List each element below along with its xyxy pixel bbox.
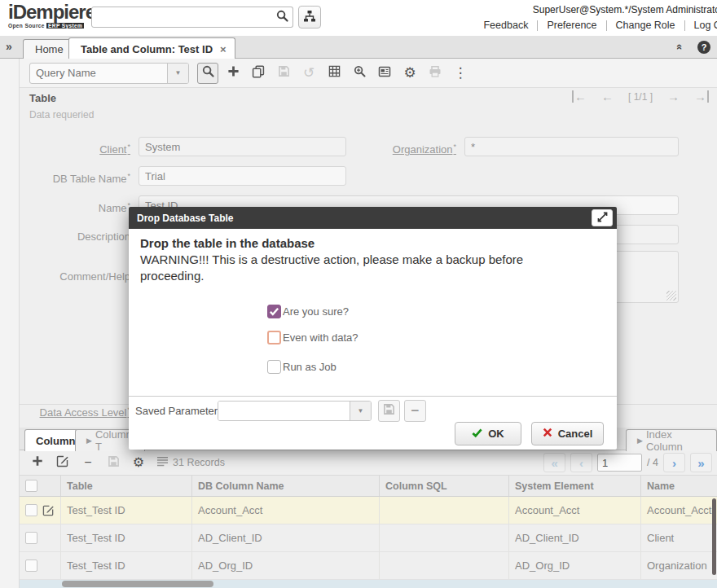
previous-record-icon[interactable]: ← bbox=[601, 90, 614, 103]
user-role-info: SuperUser@System.*/System Administrator bbox=[533, 4, 717, 15]
ok-button[interactable]: OK bbox=[455, 422, 521, 445]
feedback-link[interactable]: Feedback bbox=[483, 20, 528, 31]
sitemap-icon bbox=[303, 10, 316, 25]
next-record-icon[interactable]: → bbox=[667, 90, 680, 103]
chevron-down-icon[interactable]: ▼ bbox=[350, 402, 371, 420]
table-row[interactable]: Test_Test ID AD_Client_ID AD_Client_ID C… bbox=[20, 524, 717, 552]
global-search-input[interactable] bbox=[91, 7, 272, 28]
check-icon bbox=[472, 428, 482, 441]
first-record-icon[interactable]: ← bbox=[572, 90, 587, 103]
plus-icon bbox=[32, 455, 43, 470]
print-icon bbox=[429, 65, 442, 81]
delete-parameters-button[interactable]: − bbox=[404, 400, 426, 422]
change-role-link[interactable]: Change Role bbox=[616, 20, 675, 31]
organization-field[interactable] bbox=[464, 137, 679, 156]
client-label[interactable]: Client* bbox=[20, 143, 130, 156]
page-number-input[interactable] bbox=[597, 454, 642, 472]
are-you-sure-checkbox[interactable] bbox=[267, 305, 281, 318]
x-icon bbox=[543, 428, 552, 440]
new-record-button[interactable] bbox=[222, 63, 244, 84]
cell-db-column-name: AD_Client_ID bbox=[192, 524, 380, 551]
checkbox-label: Even with data? bbox=[283, 331, 358, 344]
page-first-button[interactable]: « bbox=[543, 453, 565, 472]
column-header-db-column-name[interactable]: DB Column Name bbox=[192, 476, 380, 496]
saved-parameters-input[interactable] bbox=[218, 402, 350, 420]
logout-link[interactable]: Log Out bbox=[694, 20, 717, 31]
window-toolbar: ▼ ↺ bbox=[20, 59, 717, 88]
cell-name: Organization bbox=[641, 552, 717, 579]
dialog-titlebar[interactable]: Drop Database Table bbox=[129, 207, 617, 229]
grid-body: Test_Test ID Account_Acct Account_Acct A… bbox=[20, 497, 717, 580]
copy-record-button[interactable] bbox=[248, 63, 269, 84]
vertical-scrollbar[interactable] bbox=[712, 498, 716, 575]
column-header-system-element[interactable]: System Element bbox=[509, 476, 641, 496]
global-search-button[interactable] bbox=[271, 7, 293, 28]
collapsed-west-panel[interactable] bbox=[0, 59, 20, 588]
table-row[interactable]: Test_Test ID Account_Acct Account_Acct A… bbox=[20, 497, 717, 524]
cell-system-element: AD_Org_ID bbox=[509, 552, 641, 579]
horizontal-scrollbar-thumb[interactable] bbox=[62, 581, 213, 587]
toggle-grid-button[interactable] bbox=[323, 63, 345, 84]
table-row[interactable]: Test_Test ID AD_Org_ID AD_Org_ID Organiz… bbox=[20, 552, 717, 580]
process-button[interactable]: ⚙ bbox=[399, 63, 420, 84]
query-name-combo: ▼ bbox=[29, 63, 189, 84]
preference-link[interactable]: Preference bbox=[547, 20, 596, 31]
detail-process-button[interactable]: ⚙ bbox=[129, 453, 148, 472]
print-button bbox=[424, 63, 446, 84]
status-message: Data requeried bbox=[20, 109, 717, 124]
zoom-across-button[interactable] bbox=[349, 63, 370, 84]
column-header-table[interactable]: Table bbox=[61, 476, 192, 496]
db-table-name-field[interactable] bbox=[139, 166, 346, 186]
client-field[interactable] bbox=[139, 137, 346, 156]
row-checkbox[interactable] bbox=[25, 504, 37, 516]
cancel-button[interactable]: Cancel bbox=[531, 422, 604, 445]
maximize-dialog-button[interactable] bbox=[592, 209, 613, 226]
last-record-icon[interactable]: → bbox=[694, 90, 709, 103]
row-checkbox[interactable] bbox=[25, 559, 37, 572]
column-header-column-sql[interactable]: Column SQL bbox=[380, 476, 509, 496]
horizontal-scrollbar-track[interactable] bbox=[20, 580, 717, 588]
select-all-checkbox[interactable] bbox=[25, 480, 37, 492]
page-next-button[interactable]: › bbox=[663, 453, 685, 472]
expand-sidebar-icon[interactable]: » bbox=[6, 40, 12, 53]
help-icon[interactable]: ? bbox=[697, 41, 710, 54]
even-with-data-checkbox[interactable] bbox=[267, 331, 281, 344]
save-icon bbox=[108, 455, 120, 471]
query-name-input[interactable] bbox=[30, 64, 167, 83]
edit-row-button[interactable] bbox=[53, 453, 73, 472]
page-last-button[interactable]: » bbox=[690, 453, 712, 472]
tab-table-and-column[interactable]: Table and Column: Test ID × bbox=[68, 37, 235, 59]
plus-icon bbox=[227, 65, 240, 81]
find-record-button[interactable] bbox=[197, 63, 218, 84]
tab-home[interactable]: Home bbox=[23, 39, 76, 59]
add-row-button[interactable] bbox=[28, 453, 47, 472]
more-actions-button[interactable]: ⋮ bbox=[450, 63, 471, 84]
row-checkbox[interactable] bbox=[25, 532, 37, 544]
section-title: Table bbox=[29, 92, 56, 104]
minus-icon: − bbox=[84, 456, 91, 469]
data-access-level-label[interactable]: Data Access Level* bbox=[20, 406, 130, 419]
gear-icon: ⚙ bbox=[133, 456, 144, 469]
resize-grip-icon[interactable] bbox=[666, 291, 676, 301]
page-previous-button[interactable]: ‹ bbox=[570, 453, 592, 472]
collapse-header-icon[interactable]: « bbox=[674, 44, 686, 50]
column-header-name[interactable]: Name bbox=[641, 476, 717, 496]
chevron-down-icon[interactable]: ▼ bbox=[167, 64, 188, 83]
search-icon bbox=[276, 10, 288, 24]
link-separator bbox=[606, 20, 607, 31]
save-button bbox=[273, 63, 294, 84]
menu-lookup-button[interactable] bbox=[298, 6, 321, 29]
dialog-warning-text: WARNING!!! This is a destructive action,… bbox=[140, 252, 557, 284]
edit-row-icon[interactable] bbox=[42, 504, 55, 516]
delete-row-button[interactable]: − bbox=[78, 453, 98, 472]
gear-icon: ⚙ bbox=[403, 66, 416, 80]
run-as-job-checkbox[interactable] bbox=[267, 360, 281, 374]
logo-tagline: Open Source ERP System bbox=[8, 23, 98, 29]
save-parameters-button[interactable] bbox=[378, 400, 400, 422]
saved-parameters-combo: ▼ bbox=[218, 401, 372, 421]
tab-index-column[interactable]: ▶ Index Column bbox=[626, 429, 717, 451]
required-icon: * bbox=[127, 143, 130, 151]
close-tab-icon[interactable]: × bbox=[220, 43, 227, 55]
report-button[interactable] bbox=[374, 63, 395, 84]
organization-label[interactable]: Organization* bbox=[329, 143, 456, 156]
